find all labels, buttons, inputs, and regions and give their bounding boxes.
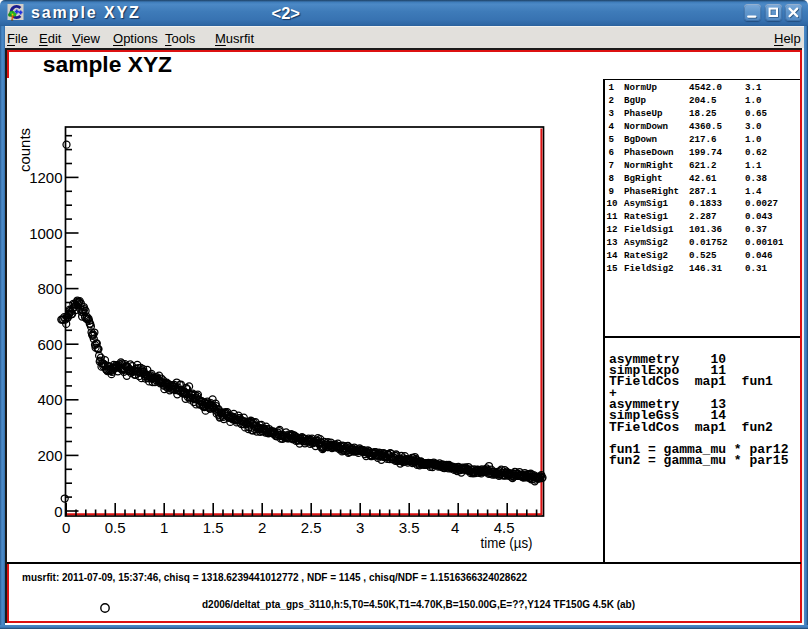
svg-text:400: 400: [37, 391, 62, 408]
svg-text:1200: 1200: [29, 169, 62, 186]
svg-text:0: 0: [54, 503, 62, 520]
svg-text:4: 4: [451, 519, 459, 536]
svg-text:3.5: 3.5: [399, 519, 420, 536]
svg-text:200: 200: [37, 447, 62, 464]
svg-text:1.5: 1.5: [203, 519, 224, 536]
svg-text:1: 1: [160, 519, 168, 536]
svg-text:1000: 1000: [29, 225, 62, 242]
svg-text:counts: counts: [16, 128, 33, 172]
svg-text:3: 3: [356, 519, 364, 536]
svg-text:time (µs): time (µs): [481, 534, 533, 551]
svg-text:0: 0: [62, 519, 70, 536]
svg-text:2.5: 2.5: [301, 519, 322, 536]
svg-text:600: 600: [37, 336, 62, 353]
svg-text:800: 800: [37, 280, 62, 297]
svg-text:0.5: 0.5: [105, 519, 126, 536]
svg-text:2: 2: [258, 519, 266, 536]
